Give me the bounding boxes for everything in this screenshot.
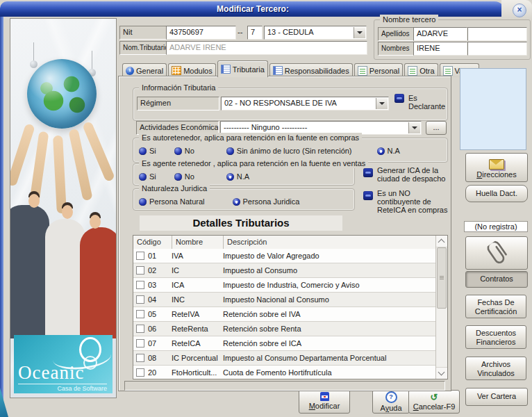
huella-button[interactable]: Huella Dact. bbox=[465, 185, 528, 202]
chevron-up-icon bbox=[438, 239, 445, 246]
nombres-label: Nombres bbox=[378, 42, 415, 56]
radio-option[interactable]: No bbox=[174, 147, 194, 155]
radio-icon[interactable] bbox=[377, 147, 385, 155]
option-checkbox-row[interactable]: Generar ICA de la ciudad de despacho bbox=[363, 166, 451, 183]
row-checkbox[interactable] bbox=[136, 295, 144, 304]
chevron-down-icon bbox=[438, 369, 445, 376]
tab-tributaria[interactable]: Tributaria bbox=[217, 60, 268, 77]
radio-group: Naturaleza Juridica Persona NaturalPerso… bbox=[133, 188, 355, 211]
ver-cartera-button[interactable]: Ver Cartera bbox=[465, 388, 528, 406]
option-checkbox-row[interactable]: Es un NO contibuyente de ReteICA en comp… bbox=[363, 189, 451, 214]
descuentos-financieros-button[interactable]: Descuentos Financieros bbox=[465, 325, 526, 349]
option-checkbox[interactable] bbox=[363, 191, 373, 200]
radio-icon[interactable] bbox=[139, 198, 147, 206]
browse-button[interactable]: ... bbox=[426, 121, 447, 135]
table-row[interactable]: 08 IC Porcentual Impuesto al Consumo Dep… bbox=[133, 351, 436, 366]
modificar-button[interactable]: Modificar bbox=[299, 389, 350, 414]
tab-otra[interactable]: Otra bbox=[404, 63, 438, 77]
radio-group: Es agente retenedor , aplica para retenc… bbox=[133, 163, 355, 186]
radio-icon[interactable] bbox=[174, 147, 182, 155]
cell-descripcion: Retención sobre el ICA bbox=[223, 339, 436, 348]
radio-option[interactable]: N.A bbox=[377, 147, 400, 155]
table-row[interactable]: 03 ICA Impuesto de Industria, Comercio y… bbox=[133, 278, 436, 293]
header-descripcion[interactable]: Descripción bbox=[224, 236, 436, 249]
cell-nombre: INC bbox=[172, 295, 223, 304]
dv-input[interactable]: 7 bbox=[247, 26, 263, 40]
row-checkbox[interactable] bbox=[136, 339, 144, 348]
radio-icon[interactable] bbox=[233, 198, 240, 206]
radio-icon[interactable] bbox=[139, 173, 147, 181]
tab-modulos[interactable]: Modulos bbox=[168, 63, 216, 77]
table-header: Código Nombre Descripción bbox=[133, 236, 436, 250]
detalles-title: Detalles Tributarios bbox=[140, 215, 342, 231]
row-checkbox[interactable] bbox=[136, 368, 144, 377]
apellidos-input[interactable]: ADARVE bbox=[413, 27, 467, 41]
nit-separator: -- bbox=[238, 28, 242, 36]
radio-option[interactable]: Sin ánimo de lucro (Sin retención) bbox=[226, 147, 352, 155]
radio-option[interactable]: No bbox=[174, 172, 194, 181]
doc-type-select[interactable]: 13 - CEDULA bbox=[264, 26, 367, 40]
tab-personal[interactable]: Personal bbox=[354, 63, 403, 77]
dropdown-arrow-icon[interactable] bbox=[408, 122, 420, 133]
radio-option[interactable]: Persona Juridica bbox=[233, 197, 300, 206]
radio-icon[interactable] bbox=[174, 173, 182, 181]
radio-label: No bbox=[185, 147, 194, 155]
scroll-thumb[interactable] bbox=[437, 247, 447, 309]
table-row[interactable]: 06 ReteRenta Retención sobre Renta bbox=[133, 322, 436, 336]
radio-option[interactable]: Si bbox=[139, 147, 156, 155]
doc-icon bbox=[443, 66, 453, 76]
header-nombre[interactable]: Nombre bbox=[172, 236, 224, 249]
archivos-vinculados-button[interactable]: Archivos Vinculados bbox=[465, 357, 526, 380]
es-declarante-checkbox[interactable] bbox=[394, 94, 404, 103]
dropdown-arrow-icon[interactable] bbox=[376, 98, 388, 109]
header-codigo[interactable]: Código bbox=[133, 236, 172, 249]
row-checkbox[interactable] bbox=[136, 252, 144, 260]
regimen-select[interactable]: 02 - NO RESPONSABLE DE IVA bbox=[221, 97, 389, 111]
cell-descripcion: Cuota de Fomento Hortifrutícula bbox=[223, 368, 436, 377]
cell-nombre: ICA bbox=[172, 281, 223, 289]
radio-icon[interactable] bbox=[226, 147, 234, 155]
table-row[interactable]: 01 IVA Impuesto de Valor Agregado bbox=[133, 249, 436, 263]
nombres-input[interactable]: IRENE bbox=[413, 42, 467, 56]
row-checkbox[interactable] bbox=[136, 354, 144, 362]
table-row[interactable]: 02 IC Impuesto al Consumo bbox=[133, 263, 436, 278]
scroll-up-button[interactable] bbox=[436, 236, 447, 247]
option-checkbox-label: Generar ICA de la ciudad de despacho bbox=[377, 166, 451, 183]
table-scrollbar[interactable] bbox=[435, 236, 447, 379]
radio-icon[interactable] bbox=[139, 147, 147, 155]
radio-icon[interactable] bbox=[226, 173, 234, 181]
cell-nombre: ReteRenta bbox=[172, 325, 223, 333]
dropdown-arrow-icon[interactable] bbox=[354, 27, 365, 38]
ayuda-button[interactable]: ? Ayuda bbox=[372, 390, 410, 414]
close-button[interactable]: × bbox=[513, 3, 526, 17]
doc-icon bbox=[408, 66, 417, 76]
cancelar-button[interactable]: ↺ Cancelar-F9 bbox=[408, 390, 460, 414]
detalles-table: Código Nombre Descripción 01 IVA Impuest… bbox=[133, 235, 448, 379]
row-checkbox[interactable] bbox=[136, 310, 144, 318]
scroll-down-button[interactable] bbox=[436, 367, 447, 379]
attachments-button[interactable] bbox=[465, 236, 528, 270]
direcciones-button[interactable]: Direcciones bbox=[465, 153, 528, 182]
table-row[interactable]: 04 INC Impuesto Nacional al Consumo bbox=[133, 293, 436, 307]
table-row[interactable]: 07 ReteICA Retención sobre el ICA bbox=[133, 336, 436, 351]
nit-input[interactable]: 43750697 bbox=[166, 26, 236, 40]
nit-label: Nit bbox=[119, 26, 169, 40]
radio-group-legend: Es agente retenedor , aplica para retenc… bbox=[139, 158, 368, 168]
nombres-extra-input[interactable] bbox=[467, 42, 527, 56]
row-checkbox[interactable] bbox=[136, 281, 144, 289]
radio-option[interactable]: Persona Natural bbox=[139, 197, 205, 206]
nom-tributario-input[interactable]: ADARVE IRENE bbox=[166, 41, 367, 55]
radio-label: N.A bbox=[388, 147, 400, 155]
radio-option[interactable]: Si bbox=[139, 172, 156, 181]
row-checkbox[interactable] bbox=[136, 266, 144, 275]
apellidos-extra-input[interactable] bbox=[467, 27, 527, 41]
radio-option[interactable]: N.A bbox=[226, 172, 249, 181]
table-row[interactable]: 20 FtoHorticult... Cuota de Fomento Hort… bbox=[133, 366, 436, 379]
tab-responsabilidades[interactable]: Responsabilidades bbox=[269, 63, 353, 77]
tab-general[interactable]: General bbox=[122, 63, 167, 77]
contratos-button[interactable]: Contratos bbox=[465, 271, 528, 288]
fechas-certificacion-button[interactable]: Fechas De Certificación bbox=[465, 295, 526, 318]
row-checkbox[interactable] bbox=[136, 325, 144, 333]
table-row[interactable]: 05 ReteIVA Retención sobre el IVA bbox=[133, 307, 436, 322]
option-checkbox[interactable] bbox=[363, 168, 373, 177]
